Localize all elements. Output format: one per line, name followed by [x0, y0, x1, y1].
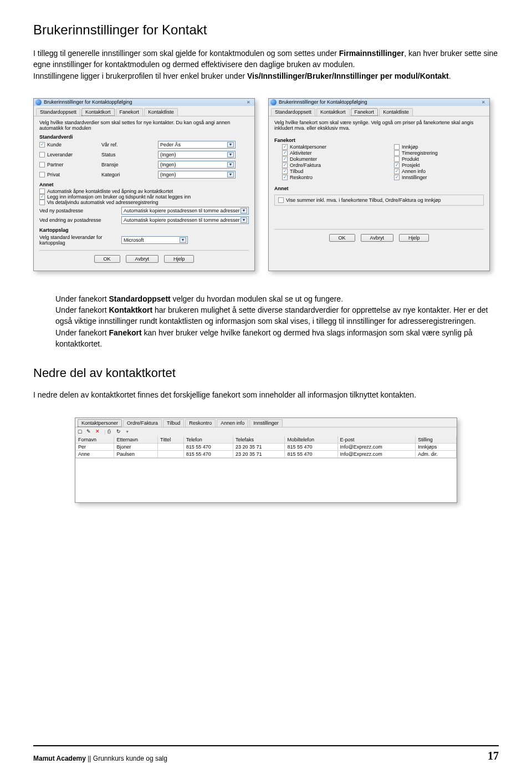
cancel-button[interactable]: Avbryt [361, 234, 393, 242]
checkbox-dokumenter[interactable]: ✓ [282, 156, 288, 162]
close-icon[interactable]: ✕ [244, 99, 253, 105]
label-ved-endring: Ved endring av postadresse [39, 217, 118, 223]
annet-header: Annet [274, 186, 484, 191]
cell: 23 20 35 71 [233, 443, 284, 450]
delete-icon[interactable]: ✕ [95, 429, 102, 435]
dd-ved-endring[interactable]: Automatisk kopiere postadressen til tomm… [121, 216, 249, 224]
checkbox-privat[interactable] [39, 172, 45, 177]
grid-tab[interactable]: Kontaktpersoner [78, 419, 122, 427]
new-icon[interactable]: ▢ [78, 429, 84, 435]
tab-standardoppsett[interactable]: Standardoppsett [271, 108, 315, 116]
cell: 815 55 470 [183, 443, 233, 450]
help-button[interactable]: Hjelp [399, 234, 429, 242]
dd-varref[interactable]: Peder Ås▼ [158, 141, 236, 149]
checkbox-vise-summer[interactable] [278, 197, 284, 203]
col-header[interactable]: Mobiltelefon [285, 436, 337, 444]
ok-button[interactable]: OK [329, 234, 355, 242]
col-header[interactable]: Fornavn [76, 436, 114, 444]
dd-value: Peder Ås [160, 142, 181, 147]
edit-icon[interactable]: ✎ [86, 429, 93, 435]
chevron-down-icon[interactable]: ▼ [125, 430, 129, 434]
grid-tab[interactable]: Annen info [217, 419, 248, 427]
dialog-titlebar: Brukerinnstillinger for Kontaktoppfølgin… [269, 99, 489, 106]
t: I tillegg til generelle innstillinger so… [33, 49, 339, 58]
dialog-kontaktkort: Brukerinnstillinger for Kontaktoppfølgin… [33, 98, 255, 271]
label: Aktiviteter [290, 150, 312, 156]
chevron-down-icon: ▼ [180, 237, 186, 243]
checkbox-annen-info[interactable]: ✓ [394, 169, 400, 174]
page-number: 17 [488, 750, 499, 762]
contacts-table: FornavnEtternavnTittelTelefonTelefaksMob… [75, 436, 457, 458]
checkbox-ordre-faktura[interactable]: ✓ [282, 162, 288, 168]
cell: Adm. dir. [416, 450, 457, 457]
tab-fanekort[interactable]: Fanekort [351, 108, 378, 116]
dd-ved-ny[interactable]: Automatisk kopiere postadressen til tomm… [121, 207, 249, 215]
tab-kontaktkort[interactable]: Kontaktkort [316, 108, 350, 116]
dialog-desc: Velg hvilke fanekort som skal være synli… [274, 120, 484, 131]
dialog-tabs: Standardoppsett Kontaktkort Fanekort Kon… [269, 106, 489, 116]
label-partner: Partner [47, 162, 64, 167]
tab-fanekort[interactable]: Fanekort [116, 108, 144, 116]
checkbox-reskontro[interactable]: ✓ [282, 175, 288, 180]
grid-tab[interactable]: Ordre/Faktura [123, 419, 162, 427]
intro-paragraph: I tillegg til generelle innstillinger so… [33, 48, 499, 82]
globe-icon [270, 99, 277, 105]
cell: Info@Exprezz.com [337, 450, 416, 457]
grid-tab[interactable]: Tilbud [163, 419, 184, 427]
refresh-icon[interactable]: ↻ [116, 429, 123, 435]
col-header[interactable]: Telefaks [233, 436, 284, 444]
checkbox-auto-open[interactable] [39, 189, 45, 194]
ok-button[interactable]: OK [94, 255, 120, 263]
col-header[interactable]: Tittel [158, 436, 184, 444]
label-annet-1: Legg inn informasjon om bruker og tidspu… [47, 194, 191, 200]
screenshots-row: Brukerinnstillinger for Kontaktoppfølgin… [33, 98, 499, 271]
label: Prosjekt [402, 162, 420, 168]
tab-kontaktliste[interactable]: Kontaktliste [379, 108, 413, 116]
tab-standardoppsett[interactable]: Standardoppsett [36, 108, 80, 116]
table-row[interactable]: AnnePaulsen815 55 47023 20 35 71815 55 4… [76, 450, 457, 457]
checkbox-kontaktpersoner[interactable]: ✓ [282, 144, 288, 150]
col-header[interactable]: Etternavn [114, 436, 158, 444]
checkbox-kunde[interactable]: ✓ [39, 142, 45, 147]
cancel-button[interactable]: Avbryt [126, 255, 158, 263]
checkbox-aktiviteter[interactable]: ✓ [282, 150, 288, 156]
dd-bransje[interactable]: (Ingen)▼ [158, 161, 236, 169]
print-icon[interactable]: ⎙ [108, 429, 114, 435]
checkbox-vis-detalj[interactable] [39, 200, 45, 205]
close-icon[interactable]: ✕ [479, 99, 488, 105]
checkbox-partner[interactable] [39, 162, 45, 167]
t: . [449, 72, 451, 80]
checkbox-legg-inn[interactable]: ✓ [39, 194, 45, 200]
dd-status[interactable]: (Ingen)▼ [158, 151, 236, 159]
checkbox-innstillinger[interactable]: ✓ [394, 175, 400, 180]
dialog-buttons: OK Avbryt Hjelp [39, 250, 249, 265]
grid-tab[interactable]: Innstillinger [249, 419, 283, 427]
checkbox-innkj-p[interactable] [394, 144, 400, 150]
checkbox-tilbud[interactable]: ✓ [282, 169, 288, 174]
checkbox-produkt[interactable] [394, 156, 400, 162]
col-header[interactable]: Telefon [183, 436, 233, 444]
col-header[interactable]: Stilling [416, 436, 457, 444]
checkbox-prosjekt[interactable]: ✓ [394, 162, 400, 168]
page-title: Brukerinnstillinger for Kontakt [33, 22, 499, 38]
checkbox-timeregistrering[interactable] [394, 150, 400, 156]
table-row[interactable]: PerBjoner815 55 47023 20 35 71815 55 470… [76, 443, 457, 450]
dd-value: Automatisk kopiere postadressen til tomm… [124, 217, 240, 223]
cell: Innkjøps [416, 443, 457, 450]
dd-value: (Ingen) [160, 162, 176, 167]
dialog-title-text: Brukerinnstillinger for Kontaktoppfølgin… [44, 99, 132, 105]
checkbox-leverandor[interactable] [39, 152, 45, 157]
mid-paragraphs: Under fanekort Standardoppsett velger du… [55, 293, 499, 349]
label-leverandor: Leverandør [47, 152, 73, 157]
cell: Paulsen [114, 450, 158, 457]
dd-kategori[interactable]: (Ingen)▼ [158, 171, 236, 179]
t: Innstillingene ligger i brukerprofilen t… [33, 72, 247, 80]
label-varref: Vår ref. [101, 142, 151, 147]
tab-kontaktkort[interactable]: Kontaktkort [81, 108, 115, 116]
cell: 815 55 470 [285, 443, 337, 450]
grid-tab[interactable]: Reskontro [185, 419, 216, 427]
dd-kart[interactable]: Microsoft▼ [121, 236, 188, 244]
col-header[interactable]: E-post [337, 436, 416, 444]
tab-kontaktliste[interactable]: Kontaktliste [144, 108, 178, 116]
help-button[interactable]: Hjelp [164, 255, 195, 263]
